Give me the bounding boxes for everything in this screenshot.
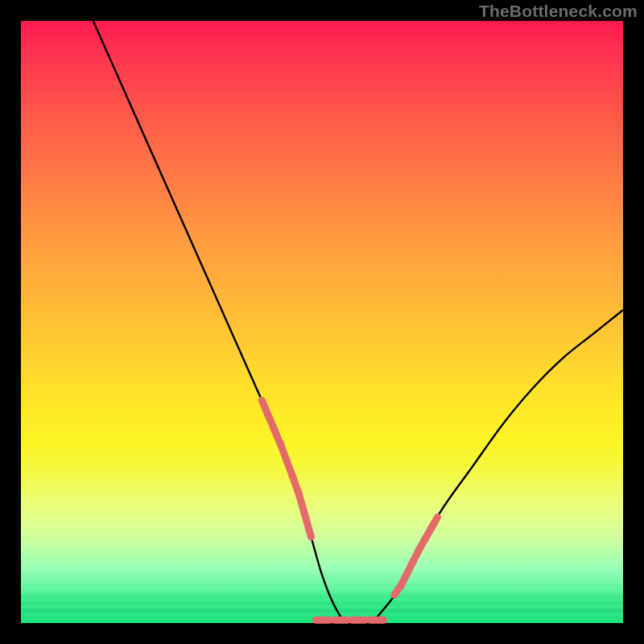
bottleneck-curve <box>93 21 623 625</box>
valley-markers <box>262 400 437 620</box>
chart-area <box>21 21 623 623</box>
chart-svg <box>21 21 623 623</box>
watermark-text: TheBottleneck.com <box>479 2 638 21</box>
svg-line-7 <box>304 512 312 537</box>
svg-line-14 <box>431 517 438 530</box>
